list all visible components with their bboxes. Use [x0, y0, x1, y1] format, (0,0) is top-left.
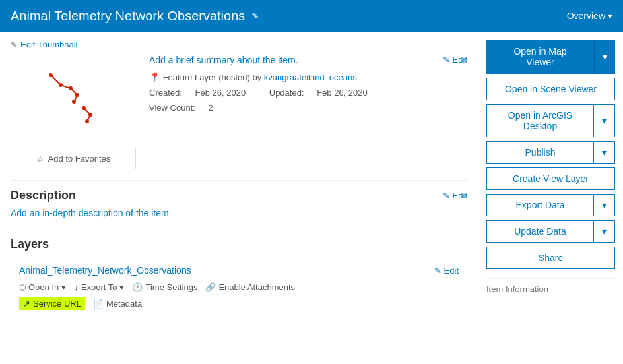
doc-icon: 📄	[93, 299, 104, 309]
description-section: Description ✎ Edit Add an in-depth descr…	[11, 180, 467, 218]
export-icon: ↓	[74, 282, 79, 292]
content-area: ✎ Edit Thumbnail	[0, 32, 478, 364]
create-view-layer-btn[interactable]: Create View Layer	[486, 167, 615, 190]
export-data-chevron-icon: ▾	[602, 200, 607, 210]
publish-btn[interactable]: Publish	[486, 141, 593, 164]
item-information-label: Item Information	[486, 278, 615, 294]
view-count-info: View Count: 2	[149, 103, 467, 113]
thumbnail-box: ☆ Add to Favorites	[11, 55, 136, 169]
open-in-label: Open In	[28, 282, 59, 292]
open-arcgis-desktop-split-btn: Open in ArcGIS Desktop ▾	[486, 104, 615, 137]
svg-point-8	[85, 119, 89, 123]
export-to-chevron-icon: ▾	[119, 282, 124, 292]
description-edit-label: Edit	[453, 191, 467, 200]
updated-label: Updated:	[269, 88, 304, 98]
update-data-btn[interactable]: Update Data	[486, 220, 593, 243]
svg-point-4	[75, 93, 79, 97]
update-data-chevron-icon: ▾	[602, 226, 607, 237]
metadata-btn[interactable]: 📄 Metadata	[93, 299, 142, 309]
time-settings-btn[interactable]: 🕐 Time Settings	[132, 281, 197, 293]
publish-dropdown-btn[interactable]: ▾	[593, 141, 615, 164]
svg-point-6	[82, 106, 86, 110]
pin-icon: 📍	[149, 72, 160, 82]
enable-attachments-btn[interactable]: 🔗 Enable Attachments	[205, 281, 295, 293]
open-arcgis-desktop-chevron-icon: ▾	[602, 115, 607, 126]
description-header: Description ✎ Edit	[11, 189, 467, 202]
layers-title: Layers	[11, 237, 467, 251]
export-to-label: Export To	[81, 282, 117, 292]
edit-thumbnail-label: Edit Thumbnail	[20, 40, 77, 49]
open-map-viewer-dropdown-btn[interactable]: ▾	[594, 40, 615, 74]
feature-layer-type: Feature Layer (hosted)	[163, 73, 250, 82]
summary-edit-label: Edit	[453, 55, 467, 65]
feature-layer-info: 📍 Feature Layer (hosted) by kvangraafeil…	[149, 72, 467, 82]
svg-point-3	[69, 86, 73, 90]
svg-point-5	[72, 100, 76, 104]
service-url-label: Service URL	[33, 299, 81, 309]
export-data-btn[interactable]: Export Data	[486, 194, 593, 216]
add-to-favorites-btn[interactable]: ☆ Add to Favorites	[11, 148, 135, 169]
thumbnail-image	[11, 55, 137, 148]
export-data-label: Export Data	[516, 200, 565, 210]
description-edit-btn[interactable]: ✎ Edit	[443, 191, 467, 200]
overview-dropdown[interactable]: Overview ▾	[567, 11, 612, 21]
time-settings-label: Time Settings	[145, 282, 197, 292]
add-favorites-label: Add to Favorites	[48, 154, 111, 164]
layer-item-header: Animal_Telemetry_Network_Observations ✎ …	[19, 265, 459, 276]
service-url-btn[interactable]: ↗ Service URL	[19, 297, 85, 310]
layer-edit-btn[interactable]: ✎ Edit	[434, 266, 459, 276]
open-scene-viewer-label: Open in Scene Viewer	[505, 84, 597, 94]
star-icon: ☆	[36, 154, 44, 164]
page-title: Animal Telemetry Network Observations	[11, 9, 245, 24]
description-edit-pencil-icon: ✎	[443, 191, 450, 200]
create-view-layer-label: Create View Layer	[513, 173, 589, 184]
overview-chevron-icon: ▾	[608, 11, 612, 21]
open-arcgis-desktop-dropdown-btn[interactable]: ▾	[593, 104, 615, 137]
external-icon: ↗	[23, 299, 30, 309]
export-to-btn[interactable]: ↓ Export To ▾	[74, 281, 124, 293]
open-arcgis-desktop-label: Open in ArcGIS Desktop	[508, 110, 572, 131]
svg-point-2	[59, 83, 63, 87]
open-in-icon: ⬡	[19, 283, 26, 292]
open-map-viewer-btn[interactable]: Open in MapViewer	[486, 40, 594, 74]
metadata-label: Metadata	[106, 299, 142, 309]
description-title: Description	[11, 189, 76, 202]
created-label: Created:	[149, 88, 182, 98]
open-in-btn[interactable]: ⬡ Open In ▾	[19, 281, 66, 293]
summary-edit-btn[interactable]: ✎ Edit	[443, 55, 467, 65]
update-data-dropdown-btn[interactable]: ▾	[593, 220, 615, 243]
publish-chevron-icon: ▾	[602, 147, 607, 158]
updated-date: Feb 26, 2020	[317, 88, 368, 98]
share-btn[interactable]: Share	[486, 247, 615, 269]
layer-name-link[interactable]: Animal_Telemetry_Network_Observations	[19, 265, 191, 276]
open-in-chevron-icon: ▾	[61, 282, 66, 292]
export-data-dropdown-btn[interactable]: ▾	[593, 194, 615, 216]
add-summary-link[interactable]: Add a brief summary about the item.	[149, 55, 298, 65]
edit-thumbnail-pencil-icon: ✎	[11, 40, 17, 49]
open-arcgis-desktop-btn[interactable]: Open in ArcGIS Desktop	[486, 104, 593, 137]
clock-icon: 🕐	[132, 282, 143, 292]
svg-point-1	[49, 73, 53, 77]
view-count: 2	[208, 103, 213, 113]
layer-actions-row2: ↗ Service URL 📄 Metadata	[19, 297, 459, 310]
export-data-split-btn: Export Data ▾	[486, 194, 615, 216]
summary-edit-pencil-icon: ✎	[443, 55, 450, 65]
publish-label: Publish	[525, 147, 556, 158]
publish-split-btn: Publish ▾	[486, 141, 615, 164]
edit-title-icon[interactable]: ✎	[251, 11, 259, 21]
summary-section: Add a brief summary about the item. ✎ Ed…	[149, 55, 467, 169]
layer-edit-label: Edit	[444, 266, 459, 276]
open-scene-viewer-btn[interactable]: Open in Scene Viewer	[486, 78, 615, 100]
created-info: Created: Feb 26, 2020	[149, 88, 259, 98]
sidebar: Open in MapViewer ▾ Open in Scene Viewer…	[478, 32, 623, 364]
update-data-split-btn: Update Data ▾	[486, 220, 615, 243]
owner-link[interactable]: kvangraafeiland_oceans	[264, 73, 357, 82]
header: Animal Telemetry Network Observations ✎ …	[0, 0, 623, 32]
updated-info: Updated: Feb 26, 2020	[269, 88, 378, 98]
layer-edit-pencil-icon: ✎	[434, 266, 442, 276]
view-count-label: View Count:	[149, 103, 195, 113]
edit-thumbnail-link[interactable]: ✎ Edit Thumbnail	[11, 40, 467, 49]
link-icon: 🔗	[205, 282, 216, 292]
add-description-link[interactable]: Add an in-depth description of the item.	[11, 208, 172, 218]
thumb-summary-row: ☆ Add to Favorites Add a brief summary a…	[11, 55, 467, 169]
